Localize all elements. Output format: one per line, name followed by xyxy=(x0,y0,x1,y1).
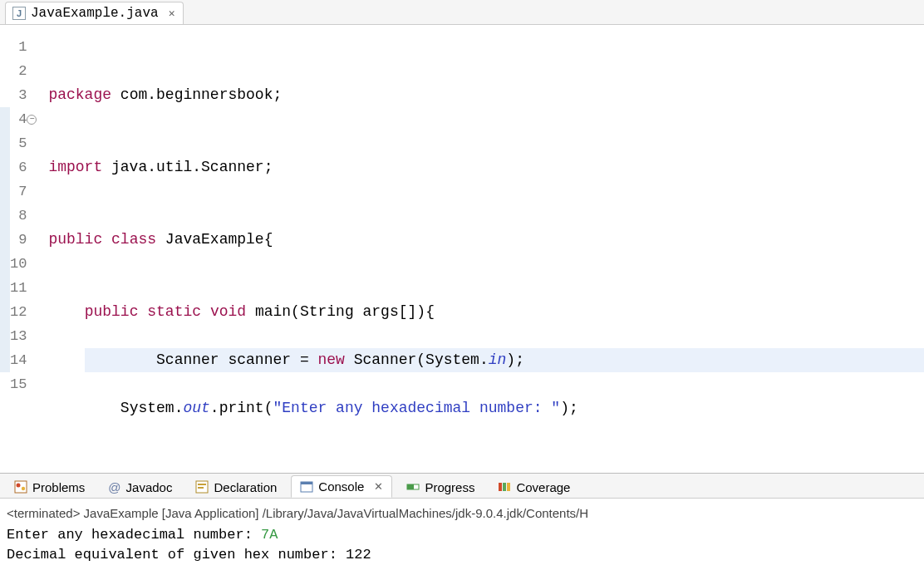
bottom-panel: Problems @ Javadoc Declaration Console ✕… xyxy=(0,473,924,570)
console-user-input: 7A xyxy=(261,527,278,543)
fold-toggle-icon[interactable]: − xyxy=(27,115,37,125)
console-line: Decimal equivalent of given hex number: … xyxy=(7,545,917,565)
tab-label: Problems xyxy=(32,480,85,494)
svg-rect-5 xyxy=(198,487,204,489)
line-number: 5 xyxy=(10,131,27,155)
svg-rect-11 xyxy=(503,483,506,491)
line-number: 4− xyxy=(10,107,27,131)
tab-declaration[interactable]: Declaration xyxy=(186,476,286,498)
editor-tab-javaexample[interactable]: J JavaExample.java ✕ xyxy=(5,2,184,24)
tab-label: Console xyxy=(318,479,364,494)
line-number: 9 xyxy=(10,228,27,252)
code-line: package com.beginnersbook; xyxy=(48,83,924,107)
editor-tab-label: JavaExample.java xyxy=(31,6,159,21)
svg-point-2 xyxy=(22,487,25,490)
svg-point-1 xyxy=(17,484,21,488)
console-line: Enter any hexadecimal number: 7A xyxy=(7,525,917,545)
coverage-icon xyxy=(498,480,511,494)
line-number: 7 xyxy=(10,179,27,204)
tab-problems[interactable]: Problems xyxy=(5,476,94,498)
svg-rect-10 xyxy=(499,483,502,491)
editor-left-strip xyxy=(0,35,10,473)
line-number: 6 xyxy=(10,155,27,179)
code-line: System.out.print("Enter any hexadecimal … xyxy=(48,396,924,420)
line-number: 15 xyxy=(10,372,27,396)
editor-tab-bar: J JavaExample.java ✕ xyxy=(0,0,924,25)
line-number: 10 xyxy=(10,252,27,276)
svg-rect-4 xyxy=(198,484,206,485)
code-line: import java.util.Scanner; xyxy=(48,155,924,179)
editor-gutter: 1 2 3 4− 5 6 7 8 9 10 11 12 13 14 15 xyxy=(10,25,35,473)
code-line-current: Scanner scanner = new Scanner(System.in)… xyxy=(85,348,924,372)
tab-coverage[interactable]: Coverage xyxy=(489,476,579,498)
svg-rect-7 xyxy=(301,482,312,484)
code-content[interactable]: package com.beginnersbook; import java.u… xyxy=(35,25,924,473)
close-icon[interactable]: ✕ xyxy=(369,480,383,493)
tab-progress[interactable]: Progress xyxy=(397,476,484,498)
line-number: 12 xyxy=(10,300,27,324)
javadoc-icon: @ xyxy=(108,480,120,494)
editor-area[interactable]: 1 2 3 4− 5 6 7 8 9 10 11 12 13 14 15 pac… xyxy=(0,25,924,473)
svg-rect-0 xyxy=(15,481,27,493)
declaration-icon xyxy=(195,480,209,494)
svg-rect-12 xyxy=(507,483,510,491)
line-number: 1 xyxy=(10,35,27,59)
tab-console[interactable]: Console ✕ xyxy=(291,475,392,498)
problems-icon xyxy=(14,480,27,494)
code-line: public class JavaExample{ xyxy=(48,228,924,252)
line-number: 3 xyxy=(10,83,27,107)
tab-label: Progress xyxy=(425,480,474,494)
line-number: 2 xyxy=(10,59,27,83)
tab-javadoc[interactable]: @ Javadoc xyxy=(99,476,181,498)
java-file-icon: J xyxy=(12,7,26,20)
console-status: <terminated> JavaExample [Java Applicati… xyxy=(7,504,917,525)
progress-icon xyxy=(406,480,420,494)
tab-label: Coverage xyxy=(516,480,570,494)
code-line: public static void main(String args[]){ xyxy=(48,300,924,324)
line-number: 13 xyxy=(10,324,27,348)
line-number: 8 xyxy=(10,204,27,228)
line-number: 14 xyxy=(10,348,27,372)
tab-label: Javadoc xyxy=(126,480,173,494)
panel-tab-bar: Problems @ Javadoc Declaration Console ✕… xyxy=(0,474,924,499)
close-icon[interactable]: ✕ xyxy=(164,7,175,20)
tab-label: Declaration xyxy=(214,480,277,494)
console-icon xyxy=(300,480,313,494)
console-body[interactable]: <terminated> JavaExample [Java Applicati… xyxy=(0,499,924,570)
svg-rect-9 xyxy=(407,484,414,489)
line-number: 11 xyxy=(10,276,27,300)
